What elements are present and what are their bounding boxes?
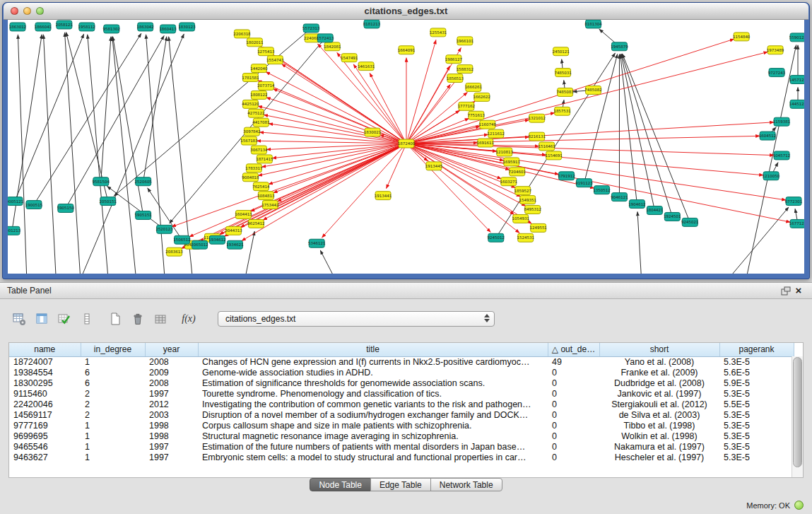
- column-header-short[interactable]: short: [599, 343, 719, 356]
- graph-node[interactable]: 5572313: [302, 24, 320, 33]
- graph-node[interactable]: 1934621: [226, 240, 243, 249]
- graph-node[interactable]: 1842081: [324, 42, 341, 51]
- minimize-button[interactable]: [23, 7, 31, 15]
- graph-node[interactable]: 4417081: [252, 118, 269, 127]
- column-header-pagerank[interactable]: pagerank: [719, 343, 794, 356]
- graph-node[interactable]: 1664091: [398, 46, 415, 54]
- graph-node[interactable]: 1872400: [398, 139, 416, 148]
- graph-node[interactable]: 1666261: [465, 83, 482, 92]
- graph-node[interactable]: 7204601: [509, 168, 526, 176]
- network-select[interactable]: citations_edges.txt: [218, 311, 495, 327]
- network-canvas[interactable]: 1872400220631818020111275413155474314420…: [8, 20, 804, 274]
- graph-node[interactable]: 1859527: [514, 187, 532, 195]
- graph-node[interactable]: 5346121: [308, 239, 325, 247]
- graph-node[interactable]: 1986127: [445, 55, 463, 64]
- graph-node[interactable]: 6791912: [558, 172, 575, 180]
- graph-node[interactable]: 1783317: [245, 164, 263, 173]
- graph-node[interactable]: 3067134: [250, 146, 268, 154]
- row-tools-icon[interactable]: [78, 310, 96, 328]
- close-icon[interactable]: ×: [792, 285, 805, 296]
- graph-node[interactable]: 1160748: [479, 120, 497, 129]
- graph-node[interactable]: 1211612: [488, 129, 505, 138]
- graph-node[interactable]: 1904612: [628, 200, 645, 209]
- zoom-button[interactable]: [36, 7, 44, 15]
- tab-node-table[interactable]: Node Table: [310, 478, 371, 491]
- table-row[interactable]: 1456911722003Disruption of a novel membe…: [9, 409, 794, 420]
- graph-node[interactable]: 8495312: [524, 206, 541, 214]
- graph-node[interactable]: 1856513: [447, 74, 464, 83]
- graph-node[interactable]: 1506512: [173, 235, 190, 244]
- create-column-icon[interactable]: [106, 310, 124, 328]
- graph-node[interactable]: 7625414: [252, 182, 270, 191]
- table-row[interactable]: 1872400712008Changes of HCN gene express…: [9, 356, 794, 367]
- graph-node[interactable]: 4275122: [247, 109, 264, 117]
- graph-node[interactable]: 1871415: [256, 155, 273, 163]
- column-header-name[interactable]: name: [9, 343, 81, 356]
- graph-node[interactable]: 1445123: [789, 100, 804, 108]
- table-row[interactable]: 2242004622012Investigating the contribut…: [9, 399, 794, 409]
- graph-node[interactable]: 2073714: [257, 82, 275, 90]
- graph-node[interactable]: 1804421: [646, 206, 663, 215]
- edit-columns-icon[interactable]: [55, 310, 73, 328]
- graph-node[interactable]: 6772301: [785, 197, 802, 206]
- graph-node[interactable]: 5590123: [789, 33, 804, 42]
- graph-node[interactable]: 9581504: [93, 177, 110, 186]
- graph-node[interactable]: 1863042: [136, 23, 153, 31]
- graph-node[interactable]: 2450121: [552, 47, 569, 56]
- graph-node[interactable]: 1753442: [261, 201, 278, 209]
- graph-node[interactable]: 9245021: [681, 218, 698, 226]
- graph-node[interactable]: 9001213: [8, 226, 21, 235]
- graph-node[interactable]: 7485031: [554, 69, 571, 77]
- graph-node[interactable]: 1084813: [257, 192, 275, 200]
- graph-node[interactable]: 1516461: [538, 142, 555, 151]
- float-panel-icon[interactable]: [779, 285, 792, 296]
- graph-node[interactable]: 1457123: [789, 76, 804, 84]
- graph-node[interactable]: 1255431: [430, 28, 447, 37]
- graph-node[interactable]: 1442040: [250, 64, 268, 73]
- graph-node[interactable]: 9084818: [242, 173, 259, 182]
- graph-node[interactable]: 3044313: [225, 226, 242, 235]
- graph-node[interactable]: 1567183: [240, 136, 258, 145]
- table-row[interactable]: 946554611997Estimation of the future num…: [9, 441, 794, 452]
- column-header-out_degree[interactable]: △ out_de…: [548, 343, 599, 356]
- graph-node[interactable]: 1900515: [25, 201, 42, 209]
- column-header-year[interactable]: year: [145, 343, 198, 356]
- graph-node[interactable]: 4425120: [242, 100, 259, 108]
- table-row[interactable]: 977716911998Corpus callosum shape and si…: [9, 420, 794, 431]
- graph-node[interactable]: 1662622: [473, 93, 490, 101]
- graph-node[interactable]: 1604413: [235, 210, 252, 218]
- graph-node[interactable]: 1973489: [767, 46, 784, 54]
- graph-node[interactable]: 1549351: [519, 196, 536, 204]
- graph-node[interactable]: 1830123: [178, 23, 196, 31]
- graph-node[interactable]: 2058121: [56, 21, 73, 29]
- graph-node[interactable]: 1249551: [529, 223, 546, 232]
- graph-node[interactable]: 7485082: [584, 86, 601, 94]
- graph-node[interactable]: 1524531: [517, 233, 534, 242]
- table-row[interactable]: 969969511998Structural magnetic resonanc…: [9, 431, 794, 441]
- graph-node[interactable]: 1913445: [425, 162, 442, 170]
- graph-node[interactable]: 9245012: [488, 233, 505, 242]
- graph-node[interactable]: 1863012: [9, 23, 26, 31]
- graph-node[interactable]: 1159381: [773, 117, 790, 126]
- graph-node[interactable]: 1958112: [78, 23, 95, 31]
- column-header-title[interactable]: title: [198, 343, 548, 356]
- graph-node[interactable]: 1210050: [763, 172, 780, 180]
- tab-edge-table[interactable]: Edge Table: [370, 478, 431, 491]
- table-row[interactable]: 911546021997Tourette syndrome. Phenomeno…: [9, 388, 794, 399]
- graph-node[interactable]: 9005121: [8, 197, 23, 206]
- vertical-scrollbar[interactable]: [792, 356, 803, 477]
- tab-network-table[interactable]: Network Table: [430, 478, 502, 491]
- graph-node[interactable]: 1045712: [773, 151, 790, 160]
- graph-node[interactable]: 7751613: [468, 111, 486, 119]
- graph-node[interactable]: 9046121: [611, 193, 628, 201]
- graph-node[interactable]: 2065012: [191, 240, 208, 249]
- import-table-icon[interactable]: [151, 310, 170, 328]
- graph-node[interactable]: 1210813: [496, 148, 514, 156]
- graph-node[interactable]: 2520605: [134, 177, 151, 186]
- close-button[interactable]: [11, 7, 18, 15]
- graph-node[interactable]: 1857531: [553, 107, 570, 115]
- graph-node[interactable]: 1777162: [458, 102, 475, 110]
- graph-node[interactable]: 1934612: [208, 235, 225, 244]
- graph-node[interactable]: 9581302: [103, 25, 120, 33]
- graph-node[interactable]: 2520123: [155, 225, 173, 233]
